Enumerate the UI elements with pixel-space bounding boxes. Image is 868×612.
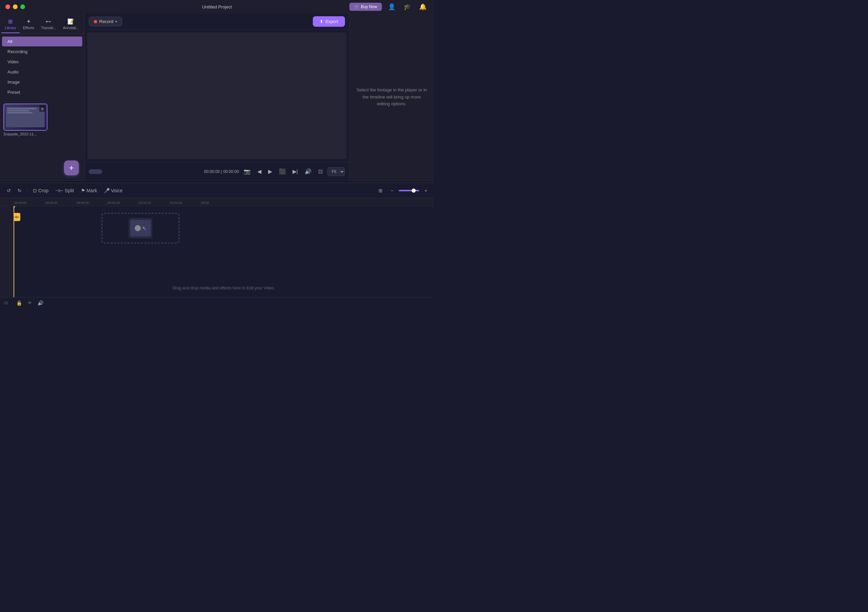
video-preview-area	[87, 33, 346, 159]
track-labels	[0, 206, 14, 297]
track-visibility-button[interactable]: 👁	[26, 299, 34, 306]
screenshot-button[interactable]: 📷	[242, 167, 253, 176]
notification-icon[interactable]: 🔔	[417, 2, 429, 11]
thumbnail-add-icon: ⊞	[39, 105, 45, 112]
library-icon: ⊞	[8, 18, 12, 25]
undo-icon: ↺	[7, 188, 11, 193]
graduation-icon[interactable]: 🎓	[401, 2, 413, 11]
add-media-button[interactable]: +	[64, 160, 79, 175]
zoom-out-button[interactable]: −	[388, 186, 396, 195]
tab-library[interactable]: ⊞ Library	[2, 16, 20, 33]
media-circle-icon	[135, 225, 141, 231]
settings-icon: ⊞	[378, 188, 383, 193]
split-handle[interactable]: ⊣⊢	[14, 213, 20, 221]
drop-thumbnail: ↖	[129, 218, 152, 238]
drop-hint-text: Drag and drop media and effects here to …	[14, 286, 434, 290]
fullscreen-button[interactable]: ⊡	[316, 167, 325, 176]
ruler-mark: 00:00:20	[45, 201, 76, 205]
nav-item-image[interactable]: Image	[2, 77, 82, 87]
crop-icon: ⊡	[33, 188, 37, 193]
transitions-icon: ⊷	[46, 18, 51, 25]
tab-transitions[interactable]: ⊷ Transiti...	[37, 16, 60, 33]
preview-progress-bar[interactable]	[89, 169, 102, 174]
voice-button[interactable]: 🎤 Voice	[101, 186, 125, 195]
timeline-section: ↺ ↻ ⊡ Crop ⊣⊢ Split ⚑ Mark 🎤 Voice ⊞ −	[0, 183, 434, 306]
media-filename: Snipaste_2022-11...	[3, 132, 47, 136]
track-mute-button[interactable]: 🔊	[36, 299, 45, 306]
library-tabs: ⊞ Library ✦ Effects ⊷ Transiti... 📝 Anno…	[0, 14, 84, 34]
annotations-icon: 📝	[67, 18, 74, 25]
timeline-right-controls: ⊞ − +	[376, 186, 430, 195]
record-button[interactable]: Record ▾	[89, 17, 122, 26]
cart-icon: 🛒	[354, 5, 359, 9]
forward-button[interactable]: ▶|	[290, 167, 300, 176]
right-panel-hint: Select the footage in the player or in t…	[356, 87, 427, 108]
media-thumbnail[interactable]: ⊞	[3, 104, 47, 131]
track-controls: 01 🔒 👁 🔊	[0, 297, 434, 306]
track-area[interactable]: ⊣⊢ ↖ Drag and drop media and effects her…	[14, 206, 434, 297]
preview-toolbar: Record ▾ ⬆ Export	[85, 14, 349, 30]
preview-controls: 00:00:00 | 00:00:00 📷 ◀ ▶ ⬛ ▶| 🔊 ⊡ Fit	[85, 162, 349, 181]
nav-item-audio[interactable]: Audio	[2, 67, 82, 77]
drop-zone[interactable]: ↖	[102, 213, 180, 243]
tab-annotations[interactable]: 📝 Annotat...	[60, 16, 82, 33]
playhead-head	[14, 206, 16, 209]
ruler-mark: 00:01:20	[138, 201, 169, 205]
nav-item-recording[interactable]: Recording	[2, 47, 82, 57]
ruler-marks: 00:00:00 00:00:20 00:00:40 00:01:00 00:0…	[14, 201, 232, 205]
effects-icon: ✦	[26, 18, 31, 25]
ruler-mark: 00:01:00	[107, 201, 138, 205]
left-nav: All Recording Video Audio Image Preset	[0, 34, 84, 100]
split-button[interactable]: ⊣⊢ Split	[53, 186, 76, 195]
ruler-mark: 00:00:00	[14, 201, 45, 205]
zoom-in-button[interactable]: +	[422, 186, 430, 195]
time-display: 00:00:00 | 00:00:00	[204, 169, 239, 174]
minus-icon: −	[391, 188, 394, 193]
toolbar-divider	[27, 187, 28, 194]
stop-button[interactable]: ⬛	[277, 167, 288, 176]
ruler-mark: 00:02	[200, 201, 232, 205]
volume-button[interactable]: 🔊	[303, 167, 313, 176]
zoom-thumb	[412, 189, 416, 193]
crop-button[interactable]: ⊡ Crop	[30, 186, 51, 195]
plus-icon: +	[425, 188, 427, 193]
fit-select[interactable]: Fit	[327, 167, 345, 176]
right-panel: Select the footage in the player or in t…	[349, 14, 434, 181]
nav-item-preset[interactable]: Preset	[2, 87, 82, 97]
rewind-button[interactable]: ◀	[255, 167, 264, 176]
nav-item-all[interactable]: All	[2, 37, 82, 46]
maximize-button[interactable]	[20, 5, 25, 9]
left-panel: ⊞ Library ✦ Effects ⊷ Transiti... 📝 Anno…	[0, 14, 85, 181]
mark-button[interactable]: ⚑ Mark	[78, 186, 100, 195]
export-icon: ⬆	[319, 19, 323, 24]
export-button[interactable]: ⬆ Export	[313, 16, 345, 27]
close-button[interactable]	[5, 5, 10, 9]
window-controls	[5, 5, 25, 9]
media-item[interactable]: ⊞ Snipaste_2022-11...	[3, 104, 47, 136]
account-icon[interactable]: 👤	[386, 2, 397, 11]
tab-effects[interactable]: ✦ Effects	[20, 16, 37, 33]
timeline-settings-button[interactable]: ⊞	[376, 186, 385, 195]
redo-button[interactable]: ↻	[15, 186, 24, 195]
timeline-toolbar: ↺ ↻ ⊡ Crop ⊣⊢ Split ⚑ Mark 🎤 Voice ⊞ −	[0, 183, 434, 198]
mark-icon: ⚑	[81, 188, 85, 193]
title-bar: Untitled Project 🛒 Buy Now 👤 🎓 🔔	[0, 0, 434, 14]
nav-item-video[interactable]: Video	[2, 57, 82, 67]
record-chevron-icon: ▾	[115, 20, 117, 23]
zoom-slider[interactable]	[399, 190, 419, 191]
cursor-icon: ↖	[142, 225, 147, 231]
redo-icon: ↻	[18, 188, 22, 193]
center-preview: Record ▾ ⬆ Export 00:00:00 | 00:00:00 📷 …	[85, 14, 349, 181]
timeline-tracks: ⊣⊢ ↖ Drag and drop media and effects her…	[0, 206, 434, 297]
track-lock-button[interactable]: 🔒	[15, 299, 23, 306]
drop-thumb-inner: ↖	[130, 220, 150, 236]
window-title: Untitled Project	[202, 5, 232, 9]
buy-now-button[interactable]: 🛒 Buy Now	[349, 3, 382, 11]
split-icon: ⊣⊢	[55, 188, 63, 193]
ruler-mark: 00:00:40	[76, 201, 107, 205]
play-button[interactable]: ▶	[266, 167, 274, 176]
record-dot-icon	[94, 20, 97, 23]
undo-button[interactable]: ↺	[4, 186, 14, 195]
minimize-button[interactable]	[13, 5, 18, 9]
main-area: ⊞ Library ✦ Effects ⊷ Transiti... 📝 Anno…	[0, 14, 434, 181]
